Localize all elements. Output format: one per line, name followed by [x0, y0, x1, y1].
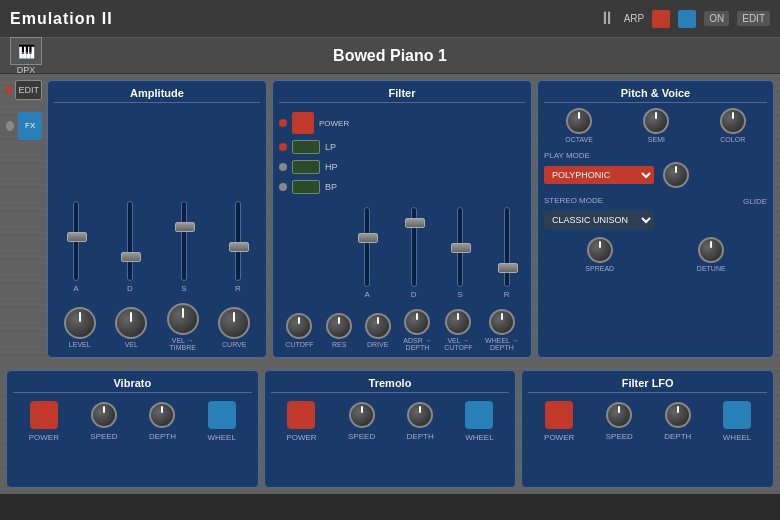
res-knob-col: RES	[326, 313, 352, 348]
tremolo-depth-knob[interactable]	[407, 402, 433, 428]
res-label: RES	[332, 341, 346, 348]
curve-knob[interactable]	[218, 307, 250, 339]
adsr-depth-label: ADSR →DEPTH	[403, 337, 431, 351]
flfo-speed-label: SPEED	[606, 432, 633, 441]
color-knob-col: COLOR	[720, 108, 746, 143]
fader-d-handle[interactable]	[121, 252, 141, 262]
preset-bar: 🎹 DPX Bowed Piano 1	[0, 38, 780, 74]
octave-knob[interactable]	[566, 108, 592, 134]
filter-fader-s-track[interactable]	[457, 207, 463, 287]
dpx-button[interactable]: 🎹 DPX	[10, 37, 42, 75]
stereo-mode-select[interactable]: CLASSIC UNISON	[544, 211, 654, 229]
vel-cutoff-label: VEL →CUTOFF	[444, 337, 472, 351]
fader-a-handle[interactable]	[67, 232, 87, 242]
detune-knob-col: DETUNE	[697, 237, 726, 272]
fader-d-col: D	[127, 201, 133, 293]
fader-r-handle[interactable]	[229, 242, 249, 252]
tremolo-power-btn[interactable]	[287, 401, 315, 429]
flfo-power-label: POWER	[544, 433, 574, 442]
flfo-wheel-btn[interactable]	[723, 401, 751, 429]
filter-fader-r: R	[504, 207, 510, 299]
cutoff-knob[interactable]	[286, 313, 312, 339]
drive-knob[interactable]	[365, 313, 391, 339]
edit-button[interactable]: EDIT	[15, 80, 42, 100]
vel-timbre-knob-col: VEL →TIMBRE	[167, 303, 199, 351]
tremolo-controls: POWER SPEED DEPTH WHEEL	[271, 401, 510, 442]
color-knob[interactable]	[720, 108, 746, 134]
curve-knob-col: CURVE	[218, 307, 250, 348]
filter-fader-a-track[interactable]	[364, 207, 370, 287]
tremolo-speed-knob[interactable]	[349, 402, 375, 428]
main-content: EDIT FX Amplitude A D	[0, 74, 780, 364]
vibrato-wheel-btn[interactable]	[208, 401, 236, 429]
filter-inner: POWER LP HP BP	[279, 108, 525, 304]
amplitude-knobs: LEVEL VEL VEL →TIMBRE CURVE	[54, 303, 260, 351]
vel-timbre-knob[interactable]	[167, 303, 199, 335]
lp-button[interactable]	[292, 140, 320, 154]
filter-fader-a-handle[interactable]	[358, 233, 378, 243]
power-row: POWER	[279, 112, 343, 134]
octave-knob-col: OCTAVE	[565, 108, 593, 143]
flfo-power-btn[interactable]	[545, 401, 573, 429]
vel-label: VEL	[125, 341, 138, 348]
color-label: COLOR	[720, 136, 745, 143]
filter-title: Filter	[279, 87, 525, 103]
octave-label: OCTAVE	[565, 136, 593, 143]
vel-cutoff-knob[interactable]	[445, 309, 471, 335]
fader-s-handle[interactable]	[175, 222, 195, 232]
wheel-depth-label: WHEEL →DEPTH	[485, 337, 519, 351]
filter-fader-s-handle[interactable]	[451, 243, 471, 253]
wheel-depth-knob[interactable]	[489, 309, 515, 335]
filter-fader-r-handle[interactable]	[498, 263, 518, 273]
filter-fader-r-track[interactable]	[504, 207, 510, 287]
filter-fader-d: D	[411, 207, 417, 299]
bp-button[interactable]	[292, 180, 320, 194]
filter-toggles: POWER LP HP BP	[279, 108, 343, 304]
fader-s-track[interactable]	[181, 201, 187, 281]
detune-knob[interactable]	[698, 237, 724, 263]
vibrato-section: Vibrato POWER SPEED DEPTH WHEEL	[6, 370, 259, 488]
filter-knobs: CUTOFF RES DRIVE ADSR →DEPTH VEL →CUTOFF…	[279, 309, 525, 351]
tremolo-wheel-label: WHEEL	[465, 433, 493, 442]
flfo-wheel-label: WHEEL	[723, 433, 751, 442]
semi-knob[interactable]	[643, 108, 669, 134]
vibrato-speed-knob[interactable]	[91, 402, 117, 428]
fader-d-track[interactable]	[127, 201, 133, 281]
flfo-depth-knob[interactable]	[665, 402, 691, 428]
vibrato-power-btn[interactable]	[30, 401, 58, 429]
tremolo-wheel-btn[interactable]	[465, 401, 493, 429]
vibrato-title: Vibrato	[13, 377, 252, 393]
glide-knob[interactable]	[663, 162, 689, 188]
lp-label: LP	[325, 142, 343, 152]
level-label: LEVEL	[69, 341, 91, 348]
arp-edit-button[interactable]	[678, 10, 696, 28]
filter-power-btn[interactable]	[292, 112, 314, 134]
spread-knob[interactable]	[587, 237, 613, 263]
hp-button[interactable]	[292, 160, 320, 174]
detune-label: DETUNE	[697, 265, 726, 272]
filter-fader-d-track[interactable]	[411, 207, 417, 287]
vel-knob[interactable]	[115, 307, 147, 339]
tremolo-wheel-ctrl: WHEEL	[465, 401, 493, 442]
flfo-depth-label: DEPTH	[664, 432, 691, 441]
fx-button[interactable]: FX	[18, 112, 42, 140]
filter-fader-d-handle[interactable]	[405, 218, 425, 228]
cutoff-label: CUTOFF	[285, 341, 313, 348]
vibrato-controls: POWER SPEED DEPTH WHEEL	[13, 401, 252, 442]
stereo-mode-label: STEREO MODE	[544, 196, 603, 205]
vibrato-depth-knob[interactable]	[149, 402, 175, 428]
tremolo-speed-label: SPEED	[348, 432, 375, 441]
flfo-speed-knob[interactable]	[606, 402, 632, 428]
vibrato-speed-label: SPEED	[90, 432, 117, 441]
arp-on-button[interactable]	[652, 10, 670, 28]
flfo-power-ctrl: POWER	[544, 401, 574, 442]
curve-label: CURVE	[222, 341, 246, 348]
adsr-depth-knob[interactable]	[404, 309, 430, 335]
play-mode-select[interactable]: POLYPHONIC	[544, 166, 654, 184]
vel-timbre-label: VEL →TIMBRE	[170, 337, 196, 351]
fader-r-track[interactable]	[235, 201, 241, 281]
fader-a-track[interactable]	[73, 201, 79, 281]
res-knob[interactable]	[326, 313, 352, 339]
level-knob[interactable]	[64, 307, 96, 339]
filter-power-name: POWER	[319, 119, 337, 128]
